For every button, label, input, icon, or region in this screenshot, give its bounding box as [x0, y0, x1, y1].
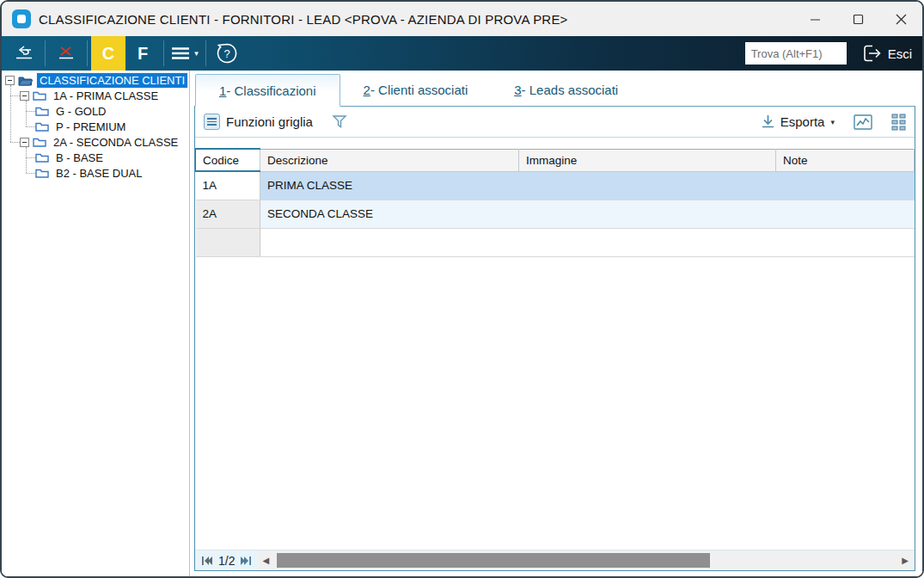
filter-funnel-icon	[332, 114, 347, 129]
undo-button[interactable]	[7, 38, 41, 69]
close-button[interactable]	[879, 2, 922, 36]
funzioni-griglia-button[interactable]: Funzioni griglia	[204, 114, 313, 130]
grid-header-row: Codice Descrizione Immagine Note	[196, 149, 915, 171]
collapse-icon[interactable]	[20, 138, 29, 147]
tree-item-root[interactable]: CLASSIFICAZIONE CLIENTI	[2, 72, 189, 88]
filter-button[interactable]	[332, 114, 347, 129]
tab-classificazioni[interactable]: 1- Classificazioni	[195, 74, 340, 107]
app-logo-icon	[12, 9, 31, 28]
search-input[interactable]	[745, 42, 847, 65]
scroll-left-button[interactable]: ◀	[258, 556, 273, 565]
tree-item-gold[interactable]: G - GOLD	[2, 103, 189, 119]
close-icon	[896, 14, 907, 25]
folder-icon	[35, 168, 49, 178]
cell-note[interactable]	[776, 200, 915, 228]
tree-item-label[interactable]: P - PREMIUM	[53, 120, 128, 134]
scroll-right-button[interactable]: ▶	[897, 556, 913, 565]
cell-codice[interactable]: 1A	[196, 171, 260, 200]
tab-content: Funzioni griglia Esporta	[194, 107, 915, 571]
esporta-button[interactable]: Esporta ▾	[761, 114, 835, 129]
exit-button[interactable]: Esci	[859, 38, 915, 69]
grid-pager: 1/2 ◀ ▶	[195, 550, 915, 570]
tree-item-base[interactable]: B - BASE	[2, 150, 189, 165]
window-controls	[793, 2, 922, 36]
funzioni-griglia-label: Funzioni griglia	[226, 114, 313, 129]
cell-codice[interactable]: 2A	[196, 200, 260, 228]
column-header-codice[interactable]: Codice	[196, 149, 260, 171]
classification-tree: CLASSIFICAZIONE CLIENTI 1A - PRIMA CLASS…	[2, 71, 190, 576]
tree-item-base-dual[interactable]: B2 - BASE DUAL	[2, 165, 189, 181]
esporta-caret-icon: ▾	[830, 118, 835, 126]
folder-icon	[33, 137, 46, 147]
undo-arrow-icon	[14, 46, 34, 61]
help-icon: ?	[216, 42, 238, 65]
tree-item-2a[interactable]: 2A - SECONDA CLASSE	[2, 134, 189, 150]
column-header-descrizione[interactable]: Descrizione	[260, 149, 519, 171]
tree-item-label[interactable]: CLASSIFICAZIONE CLIENTI	[37, 73, 187, 88]
open-folder-icon	[18, 75, 33, 86]
tree-item-label[interactable]: 2A - SECONDA CLASSE	[51, 135, 181, 150]
page-indicator: 1/2	[218, 554, 235, 568]
tree-item-1a[interactable]: 1A - PRIMA CLASSE	[2, 88, 189, 103]
help-button[interactable]: ?	[210, 38, 244, 69]
clienti-mode-button[interactable]: C	[91, 36, 125, 71]
maximize-icon	[853, 14, 864, 25]
scrollbar-thumb[interactable]	[277, 553, 710, 568]
delete-x-icon	[57, 46, 76, 61]
tab-bar: 1- Classificazioni 2 - Clienti associati…	[194, 74, 915, 107]
folder-icon	[33, 90, 46, 101]
hamburger-icon	[171, 46, 190, 60]
grid-toolbar: Funzioni griglia Esporta	[195, 107, 915, 138]
folder-icon	[35, 152, 49, 163]
exit-icon	[862, 44, 883, 63]
chart-view-button[interactable]	[854, 114, 872, 130]
delete-button[interactable]	[49, 38, 83, 69]
cell-note[interactable]	[776, 171, 915, 200]
cell-immagine[interactable]	[519, 171, 776, 200]
folder-icon	[35, 106, 49, 116]
menu-caret-icon: ▾	[194, 49, 199, 58]
title-bar: CLASSIFICAZIONE CLIENTI - FORNITORI - LE…	[2, 2, 922, 36]
exit-label: Esci	[888, 46, 912, 61]
horizontal-scrollbar[interactable]: ◀ ▶	[258, 550, 915, 570]
cell-immagine[interactable]	[519, 200, 776, 228]
tab-clienti-associati[interactable]: 2 - Clienti associati	[340, 74, 492, 106]
tree-item-label[interactable]: G - GOLD	[53, 104, 109, 119]
cell-descrizione[interactable]: SECONDA CLASSE	[260, 200, 519, 228]
layout-grid-button[interactable]	[891, 114, 906, 131]
table-row[interactable]: 2A SECONDA CLASSE	[196, 200, 915, 228]
folder-icon	[35, 121, 49, 132]
menu-button[interactable]: ▾	[168, 38, 202, 69]
maximize-button[interactable]	[836, 2, 879, 36]
tab-leads-associati[interactable]: 3 - Leads associati	[491, 74, 641, 106]
collapse-icon[interactable]	[5, 76, 15, 85]
column-header-immagine[interactable]: Immagine	[519, 149, 776, 171]
fornitori-mode-button[interactable]: F	[125, 36, 160, 71]
esporta-label: Esporta	[780, 114, 825, 129]
main-toolbar: C F ▾ ? Esci	[2, 36, 922, 71]
cell-descrizione[interactable]: PRIMA CLASSE	[260, 171, 519, 200]
classifications-grid: Codice Descrizione Immagine Note 1A PRIM…	[195, 148, 915, 257]
minimize-icon	[810, 14, 821, 25]
grid-functions-icon	[204, 114, 220, 130]
app-window: CLASSIFICAZIONE CLIENTI - FORNITORI - LE…	[0, 0, 924, 578]
download-icon	[761, 114, 775, 129]
column-header-note[interactable]: Note	[776, 149, 915, 171]
main-panel: 1- Classificazioni 2 - Clienti associati…	[190, 71, 922, 576]
minimize-button[interactable]	[793, 2, 836, 36]
first-page-icon	[202, 556, 212, 565]
table-row[interactable]: 1A PRIMA CLASSE	[196, 171, 915, 200]
table-row-empty	[196, 228, 915, 256]
first-page-button[interactable]	[202, 556, 212, 565]
last-page-button[interactable]	[241, 556, 251, 565]
layout-grid-icon	[891, 114, 906, 131]
tree-item-premium[interactable]: P - PREMIUM	[2, 119, 189, 134]
tree-item-label[interactable]: B - BASE	[53, 151, 106, 165]
svg-text:?: ?	[223, 47, 229, 60]
last-page-icon	[241, 556, 251, 565]
tree-item-label[interactable]: 1A - PRIMA CLASSE	[51, 89, 161, 103]
chart-icon	[854, 114, 872, 130]
window-title: CLASSIFICAZIONE CLIENTI - FORNITORI - LE…	[39, 12, 568, 27]
collapse-icon[interactable]	[20, 91, 29, 101]
tree-item-label[interactable]: B2 - BASE DUAL	[53, 166, 144, 181]
